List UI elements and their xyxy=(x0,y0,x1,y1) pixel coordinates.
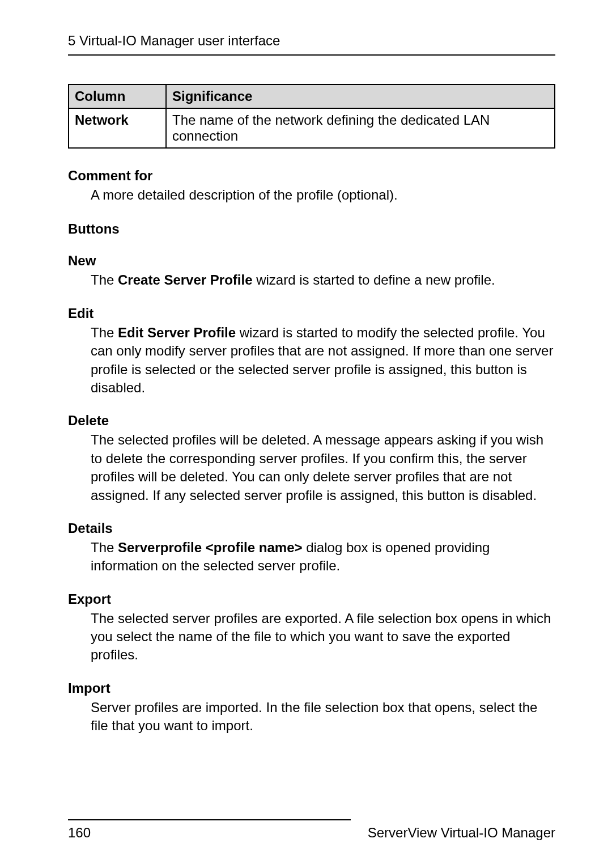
term-new: New xyxy=(68,253,555,269)
page-number: 160 xyxy=(68,825,91,841)
desc-details: The Serverprofile <profile name> dialog … xyxy=(91,539,555,575)
bold-serverprofile-name: Serverprofile <profile name> xyxy=(118,540,302,555)
table-cell-significance: The name of the network defining the ded… xyxy=(166,108,555,148)
term-import: Import xyxy=(68,680,555,696)
text-fragment: The xyxy=(91,325,118,340)
product-name: ServerView Virtual-IO Manager xyxy=(368,825,555,841)
table-header-row: Column Significance xyxy=(69,84,555,108)
desc-delete: The selected profiles will be deleted. A… xyxy=(91,431,555,505)
text-fragment: The xyxy=(91,272,118,287)
bold-create-server-profile: Create Server Profile xyxy=(118,272,252,287)
desc-export: The selected server profiles are exporte… xyxy=(91,609,555,664)
table-header-significance: Significance xyxy=(166,84,555,108)
footer-divider xyxy=(68,819,351,820)
term-edit: Edit xyxy=(68,306,555,321)
text-fragment: wizard is started to define a new profil… xyxy=(253,272,495,287)
page-footer: 160 ServerView Virtual-IO Manager xyxy=(68,819,555,841)
footer-row: 160 ServerView Virtual-IO Manager xyxy=(68,825,555,841)
table-header-column: Column xyxy=(69,84,166,108)
page-title: 5 Virtual-IO Manager user interface xyxy=(68,33,555,49)
bold-edit-server-profile: Edit Server Profile xyxy=(118,325,236,340)
desc-comment-for: A more detailed description of the profi… xyxy=(91,186,555,204)
page-header: 5 Virtual-IO Manager user interface xyxy=(68,33,555,56)
desc-import: Server profiles are imported. In the fil… xyxy=(91,698,555,735)
term-comment-for: Comment for xyxy=(68,168,555,184)
table-row: Network The name of the network defining… xyxy=(69,108,555,148)
desc-edit: The Edit Server Profile wizard is starte… xyxy=(91,324,555,397)
text-fragment: The xyxy=(91,540,118,555)
desc-new: The Create Server Profile wizard is star… xyxy=(91,271,555,289)
heading-buttons: Buttons xyxy=(68,221,555,237)
term-export: Export xyxy=(68,591,555,607)
table-cell-column: Network xyxy=(69,108,166,148)
column-significance-table: Column Significance Network The name of … xyxy=(68,84,555,149)
header-divider xyxy=(68,54,555,56)
term-details: Details xyxy=(68,520,555,536)
term-delete: Delete xyxy=(68,413,555,429)
